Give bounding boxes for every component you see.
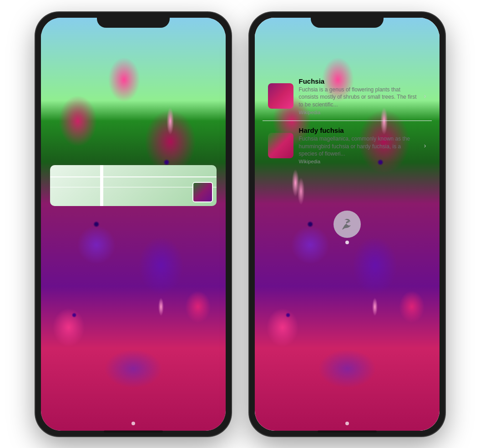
fuchsia-name: Fuchsia (299, 77, 420, 85)
fuchsia-item[interactable]: Fuchsia Fuchsia is a genus of flowering … (263, 72, 432, 121)
photo-thumbnail-on-map (192, 182, 213, 202)
hardy-name: Hardy fuchsia (299, 126, 420, 134)
home-indicator (104, 430, 163, 433)
phone-notch (97, 12, 170, 28)
flower-detail (41, 18, 226, 431)
fuchsia-source: Wikipedia (299, 110, 420, 115)
hardy-fuchsia-item[interactable]: Hardy fuchsia Fuchsia magellanica, commo… (263, 121, 432, 170)
fuchsia-description: Fuchsia is a genus of flowering plants t… (299, 86, 420, 109)
right-phone: Results ✕ Siri Knowledge Show More (249, 12, 445, 436)
search-dot (345, 241, 349, 244)
left-screen: Add a Caption Look Up – Plant › Monday •… (41, 18, 226, 431)
fuchsia-text: Fuchsia Fuchsia is a genus of flowering … (299, 77, 420, 115)
photo-preview (193, 183, 212, 201)
hardy-thumbnail (268, 133, 293, 158)
knowledge-card: Fuchsia Fuchsia is a genus of flowering … (262, 71, 432, 171)
visual-search-button[interactable] (333, 211, 361, 238)
hardy-source: Wikipedia (299, 159, 420, 164)
hardy-thumb-img (268, 133, 293, 158)
hardy-text: Hardy fuchsia Fuchsia magellanica, commo… (299, 126, 420, 164)
fuchsia-thumbnail (268, 83, 293, 109)
phone-notch-r (311, 12, 384, 28)
page-indicator-r (345, 422, 349, 425)
map-roads (50, 165, 217, 206)
fuchsia-thumb-img (268, 83, 293, 109)
fuchsia-chevron-icon: › (424, 92, 426, 100)
left-phone: Add a Caption Look Up – Plant › Monday •… (35, 12, 231, 436)
page-indicator (131, 422, 135, 425)
home-indicator-r (318, 430, 377, 433)
right-screen: Results ✕ Siri Knowledge Show More (255, 18, 440, 431)
map-thumbnail[interactable] (50, 165, 217, 206)
hardy-description: Fuchsia magellanica, commonly known as t… (299, 135, 420, 158)
hardy-chevron-icon: › (424, 142, 426, 149)
